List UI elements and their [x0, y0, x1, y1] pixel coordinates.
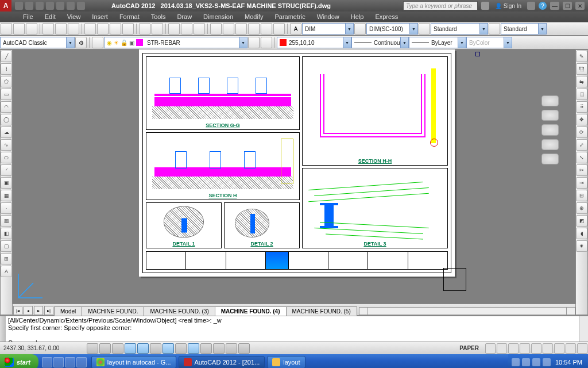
spline-icon[interactable]: ∿: [1, 139, 12, 151]
isolate-objects-icon[interactable]: [566, 343, 576, 354]
grid-toggle[interactable]: [99, 343, 111, 354]
tb-tablestyle-icon[interactable]: [419, 23, 430, 34]
viewport-grip[interactable]: [475, 52, 480, 56]
extend-icon[interactable]: ⇥: [576, 177, 587, 189]
mirror-icon[interactable]: ⇋: [576, 76, 587, 87]
menu-modify[interactable]: Modify: [239, 13, 269, 20]
lineweight-combo[interactable]: ByLayer▼: [409, 37, 466, 48]
workspace-combo[interactable]: AutoCAD Classic▼: [0, 37, 75, 48]
quickview-drawings-icon[interactable]: [497, 343, 507, 354]
ellipse-arc-icon[interactable]: ◜: [1, 164, 12, 176]
layer-states-icon[interactable]: [248, 37, 260, 48]
tab-layout-1[interactable]: MACHINE FOUND.: [82, 306, 144, 316]
hatch-icon[interactable]: ▨: [1, 215, 12, 227]
menu-window[interactable]: Window: [311, 13, 345, 20]
tb-open-icon[interactable]: [13, 23, 25, 34]
menu-insert[interactable]: Insert: [86, 13, 114, 20]
array-icon[interactable]: ⠿: [576, 101, 587, 113]
linetype-combo[interactable]: Continuous▼: [351, 37, 409, 48]
qp-toggle[interactable]: [226, 343, 237, 354]
menu-view[interactable]: View: [61, 13, 87, 20]
tablestyle-a-combo[interactable]: Standard▼: [431, 23, 488, 34]
ql-media-icon[interactable]: [76, 357, 87, 367]
rotate-icon[interactable]: ⟳: [576, 126, 587, 138]
viewport-section-h[interactable]: SECTION H: [146, 132, 300, 200]
point-icon[interactable]: ·: [1, 202, 12, 214]
tb-mleaderstyle-icon[interactable]: [489, 23, 500, 34]
infocenter-icon[interactable]: [481, 2, 489, 10]
qat-more-icon[interactable]: [77, 2, 85, 10]
viewport-detail-2[interactable]: DETAIL 2: [224, 202, 300, 248]
task-folder[interactable]: layout: [267, 356, 305, 368]
ortho-toggle[interactable]: [112, 343, 123, 354]
menu-edit[interactable]: Edit: [39, 13, 61, 20]
tb-quickcalc-icon[interactable]: [273, 23, 285, 34]
chamfer-icon[interactable]: ◩: [576, 215, 587, 227]
quickview-layouts-icon[interactable]: [485, 343, 496, 354]
tb-new-icon[interactable]: [1, 23, 12, 34]
tb-designcenter-icon[interactable]: [223, 23, 234, 34]
tb-zoomprev-icon[interactable]: [194, 23, 205, 34]
break-icon[interactable]: ⊟: [576, 190, 587, 201]
make-block-icon[interactable]: ▦: [1, 190, 12, 201]
tb-paste-icon[interactable]: [110, 23, 121, 34]
tb-properties-icon[interactable]: [210, 23, 222, 34]
polar-toggle[interactable]: [125, 343, 136, 354]
tab-model[interactable]: Model: [54, 306, 82, 316]
tab-layout-2[interactable]: MACHINE FOUND. (3): [144, 306, 215, 316]
tab-nav-last-icon[interactable]: ▸|: [44, 306, 53, 315]
menu-tools[interactable]: Tools: [145, 13, 172, 20]
layer-prev-icon[interactable]: [261, 37, 272, 48]
scale-icon[interactable]: ⤢: [576, 139, 587, 151]
workspace-settings-icon[interactable]: ⚙: [75, 37, 87, 48]
tb-toolpalettes-icon[interactable]: [235, 23, 247, 34]
pan-nav-icon[interactable]: [541, 110, 559, 121]
otrack-toggle[interactable]: [163, 343, 174, 354]
lwt-toggle[interactable]: [200, 343, 212, 354]
sign-in-button[interactable]: 👤 Sign In: [493, 3, 524, 9]
layer-properties-icon[interactable]: [92, 37, 103, 48]
viewport-detail-1[interactable]: DETAIL 1: [146, 202, 222, 248]
tb-copy-icon[interactable]: [97, 23, 109, 34]
join-icon[interactable]: ⊕: [576, 202, 587, 214]
erase-icon[interactable]: ✎: [576, 51, 587, 62]
close-button[interactable]: ✕: [575, 2, 585, 10]
help-icon[interactable]: ?: [539, 2, 547, 10]
polygon-icon[interactable]: ⬠: [1, 76, 12, 87]
system-clock[interactable]: 10:54 PM: [553, 359, 585, 366]
command-scrollbar[interactable]: [579, 316, 588, 342]
zoom-nav-icon[interactable]: [541, 124, 559, 135]
dyn-toggle[interactable]: [188, 343, 199, 354]
steering-wheel-icon[interactable]: [541, 95, 559, 106]
circle-icon[interactable]: ◯: [1, 114, 12, 125]
qat-save-icon[interactable]: [36, 2, 44, 10]
app-logo-icon[interactable]: A: [0, 0, 11, 12]
menu-draw[interactable]: Draw: [171, 13, 198, 20]
plotstyle-combo[interactable]: ByColor▼: [466, 37, 512, 48]
workspace-switch-icon[interactable]: [531, 343, 541, 354]
viewport-section-hh[interactable]: SECTION H-H: [302, 56, 448, 166]
tb-plot-icon[interactable]: [42, 23, 54, 34]
maximize-button[interactable]: ☐: [563, 2, 572, 10]
move-icon[interactable]: ✥: [576, 114, 587, 125]
tb-matchprop-icon[interactable]: [122, 23, 134, 34]
ql-ie-icon[interactable]: [42, 357, 52, 367]
tb-markup-icon[interactable]: [261, 23, 272, 34]
tb-publish-icon[interactable]: [68, 23, 79, 34]
mtext-icon[interactable]: A: [1, 266, 12, 277]
viewport-detail-3[interactable]: DETAIL 3: [302, 168, 448, 248]
region-icon[interactable]: ▢: [1, 240, 12, 252]
tab-nav-prev-icon[interactable]: ◂: [24, 306, 33, 315]
tpy-toggle[interactable]: [213, 343, 225, 354]
tb-save-icon[interactable]: [26, 23, 37, 34]
orbit-nav-icon[interactable]: [541, 139, 559, 150]
fillet-icon[interactable]: ◖: [576, 228, 587, 239]
copy-obj-icon[interactable]: ⿻: [576, 63, 587, 75]
qat-undo-icon[interactable]: [46, 2, 54, 10]
gradient-icon[interactable]: ◧: [1, 228, 12, 239]
sc-toggle[interactable]: [238, 343, 250, 354]
layer-combo[interactable]: ◉ ☀ 🔓 ▣ STR-REBAR ▼: [104, 37, 247, 48]
tab-layout-4[interactable]: MACHINE FOUND. (5): [286, 306, 357, 316]
rectangle-icon[interactable]: ▭: [1, 89, 12, 100]
ql-explorer-icon[interactable]: [65, 357, 75, 367]
